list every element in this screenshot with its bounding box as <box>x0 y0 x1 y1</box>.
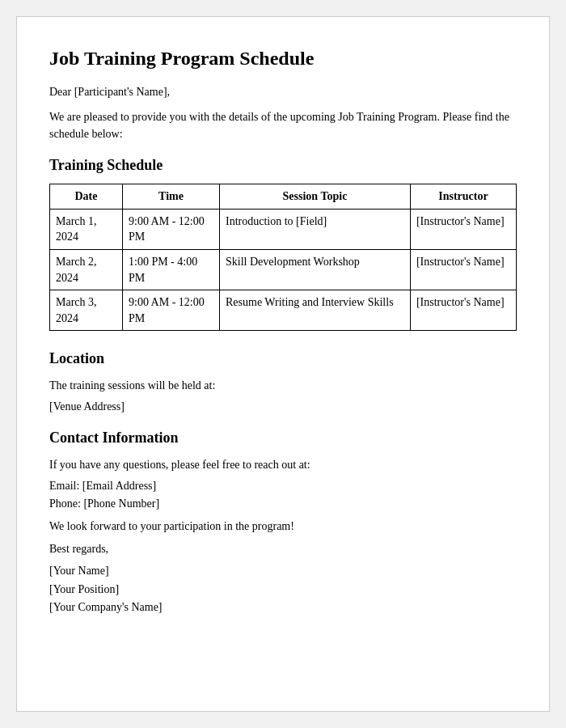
cell-time-1: 1:00 PM - 4:00 PM <box>123 249 220 290</box>
cell-time-2: 9:00 AM - 12:00 PM <box>123 290 220 331</box>
greeting: Dear [Participant's Name], <box>49 86 517 99</box>
contact-intro: If you have any questions, please feel f… <box>49 456 517 473</box>
cell-date-2: March 3, 2024 <box>50 290 123 331</box>
main-title: Job Training Program Schedule <box>49 46 517 71</box>
cell-date-1: March 2, 2024 <box>50 249 123 290</box>
signer-company: [Your Company's Name] <box>49 599 517 616</box>
cell-topic-1: Skill Development Workshop <box>220 249 411 290</box>
sign-off: Best regards, <box>49 543 517 556</box>
location-section-title: Location <box>49 350 517 367</box>
training-section-title: Training Schedule <box>49 157 517 174</box>
signature-block: [Your Name] [Your Position] [Your Compan… <box>49 562 517 616</box>
cell-time-0: 9:00 AM - 12:00 PM <box>123 209 220 249</box>
document-page: Job Training Program Schedule Dear [Part… <box>16 16 550 712</box>
signer-position: [Your Position] <box>49 581 517 599</box>
intro-text: We are pleased to provide you with the d… <box>49 108 517 142</box>
email-line: Email: [Email Address] <box>49 480 517 493</box>
cell-topic-0: Introduction to [Field] <box>220 209 411 249</box>
signer-name: [Your Name] <box>49 562 517 580</box>
table-header-row: Date Time Session Topic Instructor <box>50 184 517 210</box>
table-row: March 1, 20249:00 AM - 12:00 PMIntroduct… <box>50 209 517 249</box>
phone-line: Phone: [Phone Number] <box>49 497 517 510</box>
cell-instructor-1: [Instructor's Name] <box>410 249 516 290</box>
col-header-topic: Session Topic <box>220 184 411 210</box>
location-intro: The training sessions will be held at: <box>49 377 517 394</box>
cell-instructor-2: [Instructor's Name] <box>410 290 516 331</box>
col-header-time: Time <box>123 184 220 210</box>
table-row: March 3, 20249:00 AM - 12:00 PMResume Wr… <box>50 290 517 331</box>
cell-instructor-0: [Instructor's Name] <box>410 209 516 249</box>
table-row: March 2, 20241:00 PM - 4:00 PMSkill Deve… <box>50 249 517 290</box>
col-header-instructor: Instructor <box>410 184 516 210</box>
col-header-date: Date <box>50 184 123 210</box>
venue-address: [Venue Address] <box>49 400 517 413</box>
participation-text: We look forward to your participation in… <box>49 520 517 533</box>
schedule-table: Date Time Session Topic Instructor March… <box>49 184 517 331</box>
cell-topic-2: Resume Writing and Interview Skills <box>220 290 411 331</box>
contact-section-title: Contact Information <box>49 430 517 447</box>
cell-date-0: March 1, 2024 <box>50 209 123 249</box>
